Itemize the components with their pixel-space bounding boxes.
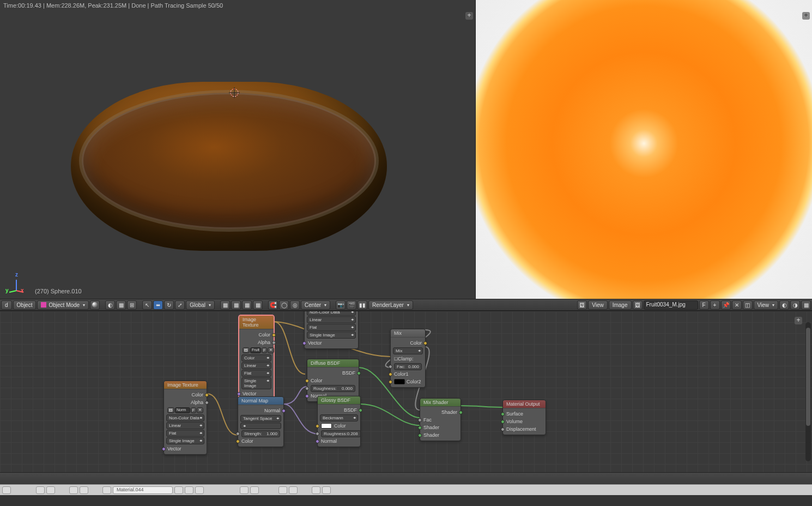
snap-type-button[interactable]: ◯ — [279, 300, 289, 310]
rotate-button[interactable]: ↻ — [164, 300, 174, 310]
viewport-expand-button[interactable]: + — [465, 12, 473, 20]
material-name-field[interactable]: Material.044 — [113, 486, 173, 494]
image-uv-button[interactable]: ▦ — [801, 300, 811, 310]
node-material-output[interactable]: Material Output Surface Volume Displacem… — [502, 400, 546, 435]
move-button[interactable]: ⬌ — [153, 300, 163, 310]
image-field[interactable]: Fruit — [250, 347, 261, 353]
stub-btn-9[interactable] — [250, 486, 259, 494]
node-editor[interactable]: Non-Color Data Linear Flat Single Image … — [0, 311, 812, 472]
render-button[interactable]: 🎬 — [347, 300, 356, 310]
scale-button[interactable]: ⤢ — [175, 300, 185, 310]
blend-dropdown[interactable]: Mix — [393, 347, 423, 354]
image-filename-field[interactable]: Fruit0034_M.jpg — [644, 300, 698, 310]
overlay-button-1[interactable]: ◐ — [105, 300, 115, 310]
close-icon[interactable]: ✕ — [197, 407, 203, 413]
image-f-button[interactable]: F — [699, 300, 709, 310]
f-button[interactable]: F — [262, 347, 267, 353]
proj-dropdown[interactable]: Flat — [241, 370, 271, 377]
interp-dropdown[interactable]: Linear — [241, 362, 271, 369]
image-channel-1[interactable]: ◐ — [779, 300, 789, 310]
overlay-button-3[interactable]: ⊞ — [127, 300, 137, 310]
node-header[interactable]: Normal Map — [238, 397, 283, 405]
node-expand-button[interactable]: + — [795, 317, 802, 324]
uvmap-dropdown[interactable] — [240, 423, 281, 429]
interp-dropdown[interactable]: Linear — [166, 422, 204, 429]
fac-field[interactable]: Fac:0.000 — [394, 363, 422, 370]
menu-object[interactable]: Object — [13, 300, 37, 310]
pivot-dropdown[interactable]: Center — [301, 300, 330, 310]
node-mix-shader[interactable]: Mix Shader Shader Fac Shader Shader — [420, 398, 461, 441]
image-editor-icon[interactable]: 🖼 — [577, 300, 587, 310]
image-channel-2[interactable]: ◑ — [790, 300, 800, 310]
node-header[interactable]: Image Texture — [239, 316, 274, 329]
node-header[interactable]: Mix Shader — [420, 399, 460, 407]
space-dropdown[interactable]: Tangent Space — [240, 415, 281, 422]
scrollbar-thumb[interactable] — [806, 328, 810, 426]
node-interp-dropdown[interactable]: Linear — [307, 316, 356, 323]
node-scrollbar[interactable] — [805, 322, 811, 461]
camera-button[interactable]: 📷 — [336, 300, 346, 310]
image-view-dropdown[interactable]: View — [754, 300, 779, 310]
node-image-texture-1[interactable]: Image Texture Color Alpha 🖼NormF✕ Non-Co… — [163, 381, 207, 455]
stub-btn-8[interactable] — [240, 486, 249, 494]
node-header[interactable]: Diffuse BSDF — [307, 359, 359, 368]
material-icon[interactable] — [102, 486, 111, 494]
stub-btn-7[interactable] — [195, 486, 204, 494]
image-unpack-button[interactable]: ◫ — [743, 300, 753, 310]
node-header[interactable]: Glossy BSDF — [318, 396, 360, 405]
stub-btn-11[interactable] — [289, 486, 298, 494]
strength-field[interactable]: Strength:1.000 — [241, 430, 280, 437]
node-header[interactable]: Image Texture — [164, 381, 207, 389]
close-icon[interactable]: ✕ — [268, 347, 274, 353]
browse-icon[interactable]: 🖼 — [167, 407, 174, 413]
roughness-field[interactable]: Roughness:0.208 — [321, 430, 361, 437]
image-x-button[interactable]: ✕ — [732, 300, 742, 310]
node-mix-rgb[interactable]: Mix Color Mix ☐ Clamp: Fac:0.000 Color1 … — [390, 329, 426, 388]
stub-btn-10[interactable] — [278, 486, 287, 494]
node-proj-dropdown[interactable]: Flat — [307, 324, 356, 331]
viewport-3d[interactable]: Time:00:19.43 | Mem:228.26M, Peak:231.25… — [0, 0, 476, 299]
color2-swatch[interactable] — [394, 379, 405, 384]
image-browse-icon[interactable]: 🖼 — [633, 300, 643, 310]
node-normal-map[interactable]: Normal Map Normal Tangent Space Strength… — [238, 396, 284, 447]
renderlayer-dropdown[interactable]: RenderLayer — [368, 300, 413, 310]
roughness-field[interactable]: Roughness:0.000 — [311, 385, 355, 392]
layer-btn-1[interactable]: ▦ — [220, 300, 230, 310]
ext-dropdown[interactable]: Single Image — [166, 437, 204, 444]
stub-btn-6[interactable] — [185, 486, 193, 494]
image-expand-button[interactable]: + — [802, 12, 810, 20]
colorspace-dropdown[interactable]: Non-Color Data — [166, 414, 204, 421]
overlay-button-2[interactable]: ▦ — [116, 300, 126, 310]
mode-dropdown[interactable]: Object Mode — [37, 300, 89, 310]
node-ext-dropdown[interactable]: Single Image — [307, 332, 356, 339]
node-image-texture-3[interactable]: Non-Color Data Linear Flat Single Image … — [304, 311, 359, 349]
layer-btn-2[interactable]: ▦ — [231, 300, 241, 310]
color-swatch[interactable] — [321, 423, 332, 429]
ext-dropdown[interactable]: Single Image — [241, 377, 271, 389]
stub-btn-12[interactable] — [312, 486, 320, 494]
image-pin-button[interactable]: 📌 — [721, 300, 731, 310]
image-image-menu[interactable]: Image — [609, 300, 632, 310]
f-button[interactable]: F — [191, 407, 196, 413]
snap-button[interactable]: 🧲 — [268, 300, 278, 310]
node-glossy-bsdf[interactable]: Glossy BSDF BSDF Beckmann Color Roughnes… — [317, 396, 361, 447]
stub-btn-2[interactable] — [46, 486, 55, 494]
node-colorspace-dropdown[interactable]: Non-Color Data — [307, 311, 356, 316]
shading-button[interactable] — [90, 300, 100, 310]
stub-btn-1[interactable] — [36, 486, 45, 494]
stub-btn-13[interactable] — [322, 486, 331, 494]
proportional-button[interactable]: ◎ — [290, 300, 300, 310]
distribution-dropdown[interactable]: Beckmann — [320, 414, 358, 421]
cursor-button[interactable]: ↖ — [142, 300, 152, 310]
layer-btn-3[interactable]: ▦ — [242, 300, 252, 310]
proj-dropdown[interactable]: Flat — [166, 430, 204, 437]
stub-btn-5[interactable] — [174, 486, 183, 494]
image-view-menu[interactable]: View — [588, 300, 608, 310]
stub-btn-4[interactable] — [80, 486, 88, 494]
orientation-dropdown[interactable]: Global — [186, 300, 215, 310]
menu-d[interactable]: d — [1, 300, 12, 310]
node-header[interactable]: Material Output — [503, 400, 546, 408]
colorspace-dropdown[interactable]: Color — [241, 354, 271, 362]
editor-type-icon[interactable] — [2, 486, 11, 494]
stub-btn-3[interactable] — [69, 486, 78, 494]
